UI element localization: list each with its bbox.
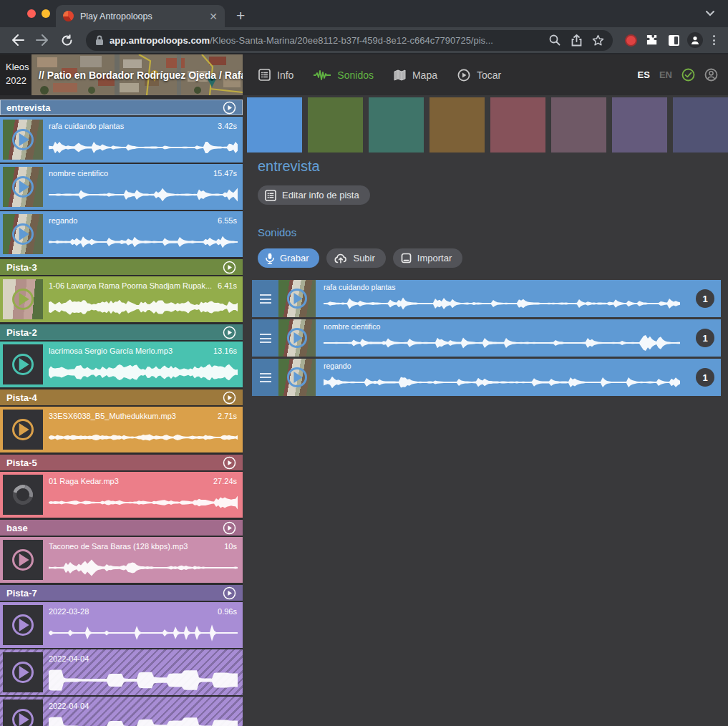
track-header[interactable]: entrevista bbox=[0, 100, 243, 115]
address-bar[interactable]: app.antropoloops.com/Kleos-Santa-Marina/… bbox=[86, 30, 613, 51]
track-color-tile-6[interactable] bbox=[551, 97, 606, 153]
track-color-tile-8[interactable] bbox=[673, 97, 728, 153]
sound-clip[interactable]: 2022-04-04 bbox=[0, 649, 243, 695]
track-color-tile-3[interactable] bbox=[369, 97, 424, 153]
sound-thumbnail[interactable] bbox=[278, 319, 316, 357]
sound-thumbnail[interactable] bbox=[3, 540, 43, 580]
sound-row[interactable]: regando1 bbox=[252, 359, 721, 396]
lang-en[interactable]: EN bbox=[659, 69, 672, 80]
play-icon[interactable] bbox=[287, 367, 307, 387]
play-icon[interactable] bbox=[12, 614, 34, 636]
forward-button[interactable] bbox=[33, 31, 52, 49]
edit-track-info-button[interactable]: Editar info de pista bbox=[258, 185, 370, 205]
sound-row-body[interactable]: regando1 bbox=[316, 359, 721, 396]
sound-clip[interactable]: lacrimosa Sergio García Merlo.mp313.16s bbox=[0, 342, 243, 387]
browser-tab[interactable]: Play Antropoloops ✕ bbox=[56, 5, 225, 27]
play-icon[interactable] bbox=[12, 289, 34, 310]
track-play-icon[interactable] bbox=[223, 261, 236, 274]
sound-clip[interactable]: regando6.55s bbox=[0, 211, 243, 257]
profile-avatar[interactable] bbox=[687, 32, 703, 48]
reload-button[interactable] bbox=[57, 31, 76, 49]
recorder-extension-icon[interactable] bbox=[623, 32, 639, 48]
track-play-icon[interactable] bbox=[223, 326, 236, 339]
track-header[interactable]: Pista-4 bbox=[0, 389, 243, 405]
record-button[interactable]: Grabar bbox=[258, 248, 319, 268]
track-header[interactable]: Pista-2 bbox=[0, 324, 243, 340]
sound-thumbnail[interactable] bbox=[3, 167, 43, 207]
sound-thumbnail[interactable] bbox=[3, 120, 43, 160]
play-icon[interactable] bbox=[287, 328, 307, 348]
play-icon[interactable] bbox=[12, 419, 34, 440]
sound-thumbnail[interactable] bbox=[3, 605, 43, 645]
track-header[interactable]: Pista-3 bbox=[0, 259, 243, 275]
upload-button[interactable]: Subir bbox=[326, 248, 385, 268]
sound-thumbnail[interactable] bbox=[3, 700, 43, 726]
track-play-icon[interactable] bbox=[223, 521, 236, 535]
drag-handle[interactable] bbox=[252, 280, 278, 317]
loading-thumbnail[interactable] bbox=[3, 475, 43, 515]
track-color-tile-4[interactable] bbox=[429, 97, 485, 153]
play-icon[interactable] bbox=[12, 354, 34, 375]
play-icon[interactable] bbox=[12, 549, 34, 571]
track-color-tile-5[interactable] bbox=[490, 97, 545, 153]
track-color-tile-2[interactable] bbox=[308, 97, 363, 153]
play-icon[interactable] bbox=[12, 129, 34, 150]
nav-item-mapa[interactable]: Mapa bbox=[394, 69, 437, 81]
back-button[interactable] bbox=[9, 31, 27, 49]
sound-thumbnail[interactable] bbox=[3, 279, 43, 319]
tab-search-chevron-icon[interactable] bbox=[705, 10, 715, 16]
browser-menu-icon[interactable] bbox=[709, 35, 719, 45]
sound-thumbnail[interactable] bbox=[3, 652, 43, 692]
track-header[interactable]: Pista-5 bbox=[0, 455, 243, 470]
new-tab-button[interactable]: + bbox=[236, 7, 245, 24]
sound-row[interactable]: rafa cuidando plantas1 bbox=[252, 280, 721, 317]
close-window-button[interactable] bbox=[27, 9, 36, 18]
sound-clip[interactable]: 1-06 Lavanya Rama Poorna Shadjam Rupak..… bbox=[0, 276, 243, 322]
track-play-icon[interactable] bbox=[223, 586, 236, 600]
lang-es[interactable]: ES bbox=[638, 69, 650, 80]
drag-handle[interactable] bbox=[252, 359, 278, 396]
sound-clip[interactable]: Taconeo de Sara Baras (128 kbps).mp310s bbox=[0, 537, 243, 583]
share-icon[interactable] bbox=[568, 32, 584, 48]
play-icon[interactable] bbox=[12, 662, 34, 683]
sound-clip[interactable]: 33ESX6038_B5_Muthedukkum.mp32.71s bbox=[0, 407, 243, 452]
play-icon[interactable] bbox=[287, 289, 307, 309]
side-panel-icon[interactable] bbox=[666, 32, 681, 48]
zoom-page-icon[interactable] bbox=[547, 32, 563, 48]
sound-thumbnail[interactable] bbox=[3, 410, 43, 450]
account-icon[interactable] bbox=[704, 68, 718, 82]
sound-thumbnail[interactable] bbox=[278, 359, 316, 396]
sound-row-body[interactable]: nombre cientifico1 bbox=[316, 319, 721, 357]
track-header[interactable]: Pista-7 bbox=[0, 585, 243, 601]
track-header[interactable]: base bbox=[0, 520, 243, 536]
track-play-icon[interactable] bbox=[223, 391, 236, 405]
play-icon[interactable] bbox=[12, 176, 34, 198]
sound-clip[interactable]: 2022-04-04 bbox=[0, 697, 243, 726]
sound-clip[interactable]: 2022-03-280.96s bbox=[0, 602, 243, 648]
sound-clip[interactable]: nombre cientifico15.47s bbox=[0, 164, 243, 210]
drag-handle[interactable] bbox=[252, 319, 278, 357]
play-icon[interactable] bbox=[12, 709, 34, 726]
nav-item-sonidos[interactable]: Sonidos bbox=[314, 69, 374, 81]
import-button[interactable]: Importar bbox=[393, 248, 462, 268]
track-play-icon[interactable] bbox=[223, 456, 236, 470]
waveform bbox=[324, 371, 681, 394]
minimize-window-button[interactable] bbox=[42, 9, 50, 18]
remix-cover-map[interactable]: // Patio en Bordador Rodríguez Ojeda / R… bbox=[31, 54, 243, 95]
track-color-tile-7[interactable] bbox=[612, 97, 667, 153]
play-icon[interactable] bbox=[12, 223, 34, 245]
extensions-puzzle-icon[interactable] bbox=[644, 32, 660, 48]
sound-thumbnail[interactable] bbox=[278, 280, 316, 317]
bookmark-star-icon[interactable] bbox=[590, 32, 606, 48]
sound-row[interactable]: nombre cientifico1 bbox=[252, 319, 721, 357]
sound-clip[interactable]: 01 Raga Kedar.mp327.24s bbox=[0, 472, 243, 518]
track-play-icon[interactable] bbox=[223, 101, 236, 115]
tab-close-icon[interactable]: ✕ bbox=[209, 11, 218, 21]
sound-thumbnail[interactable] bbox=[3, 344, 43, 384]
nav-item-info[interactable]: Info bbox=[258, 69, 293, 81]
nav-item-tocar[interactable]: Tocar bbox=[457, 69, 501, 82]
track-color-tile-1[interactable] bbox=[247, 97, 302, 153]
sound-clip[interactable]: rafa cuidando plantas3.42s bbox=[0, 117, 243, 163]
sound-thumbnail[interactable] bbox=[3, 214, 43, 254]
sound-row-body[interactable]: rafa cuidando plantas1 bbox=[316, 280, 721, 317]
